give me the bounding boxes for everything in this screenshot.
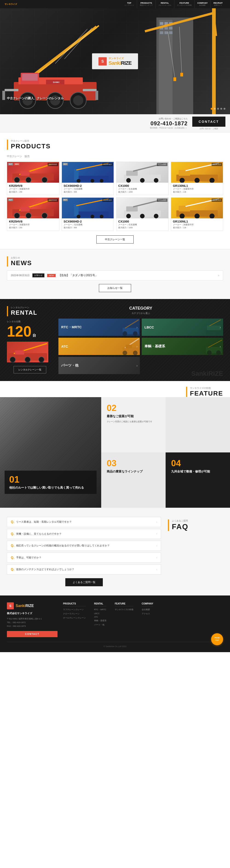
product-info-6: CX1000 メーカー：住友建機 最大能力：100t (116, 218, 168, 230)
nav-link-company[interactable]: COMPANY 会社概要 (195, 0, 211, 8)
product-card-1[interactable]: RCT 2022年03月 SCX900HD-2 メーカー：住友建機 最大能力：9… (62, 162, 114, 195)
nav-link-top[interactable]: TOP トップページ (122, 0, 137, 8)
category-card-rtc[interactable]: RTC・MRTC › (59, 318, 140, 336)
footer-link-product-0[interactable]: ラフテレーンクレーン (63, 608, 86, 611)
faq-more-button[interactable]: よくあるご質問一覧 (65, 578, 103, 586)
footer-link-product-2[interactable]: オールテレーンクレーン (63, 616, 86, 619)
product-capacity-6: 最大能力：100t (118, 226, 166, 229)
svg-text:SANKI: SANKI (53, 81, 59, 83)
category-card-parts[interactable]: パーツ・他 › (59, 357, 140, 374)
products-title-wrap: 中古クレーン販売 PRODUCTS (7, 140, 223, 150)
faq-q-icon-3: Q. (11, 556, 14, 559)
rental-more-button[interactable]: レンタルクレーン一覧 (13, 366, 46, 373)
rental-category-title: CATEGORY (59, 306, 223, 311)
product-info-2: CX1000 メーカー：住友建機 最大能力：100t (116, 183, 168, 195)
category-parts-name: パーツ・他 (61, 363, 78, 368)
footer-link-company-1[interactable]: アクセス (142, 612, 153, 615)
hero-dot-3[interactable] (217, 108, 219, 110)
news-more-button[interactable]: お知らせ一覧 (99, 284, 131, 292)
svg-point-60 (194, 178, 199, 183)
feature-title: FEATURE (190, 390, 223, 397)
faq-q-icon-0: Q. (11, 520, 14, 524)
product-name-3: GR130NL1 (173, 184, 221, 187)
footer-link-company-0[interactable]: 会社概要 (142, 608, 153, 611)
hero-logo-icon: S (99, 57, 107, 65)
product-date-2: 2023年03月 (157, 163, 167, 166)
product-card-3[interactable]: 2021年11月 GR130NL1 メーカー：加藤製作所 最大能力：13t (171, 162, 223, 195)
svg-rect-36 (174, 78, 176, 81)
faq-item-3[interactable]: Q. 予算は、可能ですか？ › (7, 553, 161, 563)
category-card-lbcc[interactable]: LBCC › (142, 318, 223, 336)
product-maker-2: メーカー：住友建機 (118, 187, 166, 190)
footer-link-rental-2[interactable]: ATC (94, 616, 107, 618)
faq-item-0[interactable]: Q. リース業者は、短期・長期レンタル可能ですか？ › (7, 517, 161, 527)
footer-col-feature-title: FEATURE (115, 602, 133, 606)
faq-item-1[interactable]: Q. 実機・設備に、見てもらえるのですか？ › (7, 529, 161, 539)
product-date-3: 2021年11月 (212, 163, 222, 166)
category-sharyo-arrow: › (220, 345, 221, 348)
svg-point-64 (14, 213, 20, 218)
products-more-button[interactable]: 中古クレーン一覧 (97, 236, 133, 244)
svg-rect-43 (21, 171, 30, 176)
product-maker-3: メーカー：加藤製作所 (173, 187, 221, 190)
hero-dot-1[interactable] (211, 108, 213, 110)
svg-point-73 (90, 215, 94, 218)
product-name-6: CX1000 (118, 220, 166, 223)
product-card-7[interactable]: 2021年11月 GR130NL1 メーカー：加藤製作所 最大能力：13t (171, 197, 223, 231)
nav-link-rental[interactable]: RENTAL クレーンレンタル (156, 0, 174, 8)
contact-button-area: CONTACT お問い合わせ・ご相談 (192, 117, 225, 130)
product-capacity-5: 最大能力：90t (64, 226, 112, 229)
product-card-2[interactable]: 2023年03月 CX1000 メーカー：住友建機 最大能力：100t (116, 162, 168, 195)
footer-link-rental-1[interactable]: LBCC (94, 612, 107, 615)
svg-point-54 (140, 178, 145, 183)
footer-link-rental-3[interactable]: 車輌・基礎系 (94, 619, 107, 622)
news-title-text-wrap: お知らせ NEWS (11, 256, 32, 267)
contact-button[interactable]: CONTACT (192, 117, 225, 127)
hero-dot-2[interactable] (214, 108, 216, 110)
svg-point-107 (216, 350, 221, 355)
footer-contact-button[interactable]: CONTACT (7, 631, 58, 637)
footer-icon-circle[interactable]: PAGETOP (211, 633, 223, 645)
svg-rect-37 (180, 73, 183, 76)
footer-bottom: © Sankirize Co.,Ltd 2022 (7, 642, 223, 648)
svg-rect-12 (5, 89, 18, 91)
hero-dot-5[interactable] (224, 108, 225, 110)
footer-link-feature-0[interactable]: サンキライズの特徴 (115, 608, 133, 611)
nav-link-feature[interactable]: FEATURE サンキライズの特徴 (174, 0, 195, 8)
contact-label: お問い合わせ・ご相談はこちら (159, 117, 188, 120)
footer-link-product-1[interactable]: クローラクレーン (63, 612, 86, 615)
svg-rect-15 (95, 91, 98, 100)
rental-crane-img (7, 342, 48, 362)
footer-col-products-title: PRODUCTS (63, 602, 86, 606)
nav-link-products[interactable]: PRODUCTS 商品ラインナップ (137, 0, 156, 8)
svg-point-59 (180, 178, 185, 183)
news-section: お知らせ NEWS 2021年08月31日 お知らせ NEW 【告知】「タダノ祭… (0, 249, 230, 299)
news-section-label: お知らせ (11, 256, 32, 259)
faq-text-4: 追加のメンテナンスはどうすればよいでしょうか？ (16, 567, 154, 571)
footer-link-rental-0[interactable]: RTC・MRTC (94, 608, 107, 611)
hero-dot-4[interactable] (220, 108, 222, 110)
faq-item-2[interactable]: Q. 相応売っているクレーンの性能の概況があるのですが買い取りはしてくれますか？… (7, 541, 161, 551)
product-card-6[interactable]: 2023年03月 CX1000 メーカー：住友建機 最大能力：100t (116, 197, 168, 231)
news-item-0[interactable]: 2021年08月31日 お知らせ NEW 【告知】「タダノ祭り2021号」 › (7, 271, 223, 280)
footer-copyright: © Sankirize Co.,Ltd 2022 (104, 645, 126, 648)
product-card-4[interactable]: RCT 2022年03月 KR25HV8 メーカー：加藤製作所 最大能力：25t (7, 197, 59, 231)
rental-count-label: レンタル台数 (7, 320, 53, 323)
product-badge-rct-1: RCT (63, 163, 68, 165)
product-card-5[interactable]: RCT 2022年03月 SCX900HD-2 メーカー：住友建機 最大能力：9… (62, 197, 114, 231)
feature-cards-block: 02 最善なご提案が可能 クレーン売買のご相談にも最適な提案が可能です 03 商… (101, 397, 230, 508)
faq-side-text-wrap: よくあるご質問 FAQ (172, 519, 188, 531)
product-maker-1: メーカー：住友建機 (64, 187, 112, 190)
footer-link-rental-4[interactable]: パーツ・他 (94, 623, 107, 626)
category-card-sharyo[interactable]: 車輌・基礎系 › (142, 338, 223, 355)
svg-point-72 (100, 215, 103, 218)
svg-line-4 (55, 29, 87, 64)
category-card-atc[interactable]: ATC › (59, 338, 140, 355)
svg-rect-97 (206, 330, 222, 335)
nav-link-recruit[interactable]: RECRUIT 採用サイト (211, 0, 225, 8)
product-card-0[interactable]: RCT NEW 2022年03月 KR25HV8 メーカー：加藤製作所 最大能力… (7, 162, 59, 195)
faq-item-4[interactable]: Q. 追加のメンテナンスはどうすればよいでしょうか？ › (7, 564, 161, 575)
svg-point-77 (126, 214, 131, 218)
hero-logo-overlay: S サンキライズ Sanki RIZE (92, 54, 138, 69)
svg-rect-22 (160, 22, 163, 25)
